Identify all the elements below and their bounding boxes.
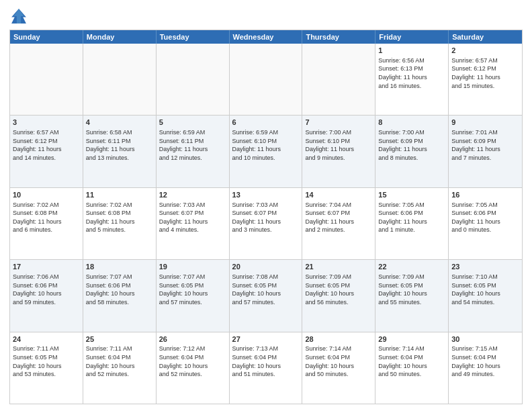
day-number: 17	[13, 262, 80, 272]
day-info: Sunrise: 7:01 AM Sunset: 6:09 PM Dayligh…	[451, 128, 519, 162]
day-number: 29	[378, 334, 445, 345]
day-number: 11	[86, 190, 153, 200]
day-info: Sunrise: 7:05 AM Sunset: 6:06 PM Dayligh…	[451, 201, 519, 234]
logo	[9, 7, 31, 26]
calendar: SundayMondayTuesdayWednesdayThursdayFrid…	[9, 30, 523, 404]
day-number: 26	[159, 334, 226, 345]
day-info: Sunrise: 7:02 AM Sunset: 6:08 PM Dayligh…	[13, 201, 80, 234]
empty-cell	[157, 44, 230, 115]
day-cell: 15Sunrise: 7:05 AM Sunset: 6:06 PM Dayli…	[375, 188, 449, 259]
day-number: 3	[13, 118, 80, 128]
day-cell: 19Sunrise: 7:07 AM Sunset: 6:05 PM Dayli…	[157, 260, 230, 331]
empty-cell	[83, 44, 157, 115]
weekday-header: Friday	[375, 30, 449, 44]
day-info: Sunrise: 7:15 AM Sunset: 6:04 PM Dayligh…	[451, 345, 519, 378]
day-number: 7	[305, 118, 372, 128]
day-number: 25	[86, 334, 153, 345]
day-cell: 5Sunrise: 6:59 AM Sunset: 6:11 PM Daylig…	[157, 116, 230, 187]
day-number: 22	[378, 262, 445, 272]
day-info: Sunrise: 7:03 AM Sunset: 6:07 PM Dayligh…	[232, 201, 300, 234]
day-number: 30	[451, 334, 519, 345]
day-cell: 22Sunrise: 7:09 AM Sunset: 6:05 PM Dayli…	[375, 260, 449, 331]
day-number: 2	[451, 46, 519, 56]
day-number: 9	[451, 118, 519, 128]
day-info: Sunrise: 7:11 AM Sunset: 6:05 PM Dayligh…	[13, 345, 80, 378]
day-info: Sunrise: 7:12 AM Sunset: 6:04 PM Dayligh…	[159, 345, 226, 378]
day-cell: 10Sunrise: 7:02 AM Sunset: 6:08 PM Dayli…	[10, 188, 83, 259]
weekday-header: Saturday	[449, 30, 522, 44]
calendar-row: 10Sunrise: 7:02 AM Sunset: 6:08 PM Dayli…	[10, 187, 522, 259]
day-info: Sunrise: 7:14 AM Sunset: 6:04 PM Dayligh…	[378, 345, 445, 378]
day-number: 19	[159, 262, 226, 272]
day-cell: 9Sunrise: 7:01 AM Sunset: 6:09 PM Daylig…	[449, 116, 522, 187]
weekday-header: Sunday	[10, 30, 83, 44]
day-cell: 21Sunrise: 7:09 AM Sunset: 6:05 PM Dayli…	[302, 260, 375, 331]
empty-cell	[10, 44, 83, 115]
day-cell: 18Sunrise: 7:07 AM Sunset: 6:06 PM Dayli…	[83, 260, 157, 331]
day-number: 18	[86, 262, 153, 272]
day-cell: 23Sunrise: 7:10 AM Sunset: 6:05 PM Dayli…	[449, 260, 522, 331]
day-cell: 3Sunrise: 6:57 AM Sunset: 6:12 PM Daylig…	[10, 116, 83, 187]
day-cell: 17Sunrise: 7:06 AM Sunset: 6:06 PM Dayli…	[10, 260, 83, 331]
day-number: 28	[305, 334, 372, 345]
weekday-header: Thursday	[302, 30, 375, 44]
day-info: Sunrise: 7:02 AM Sunset: 6:08 PM Dayligh…	[86, 201, 153, 234]
calendar-row: 24Sunrise: 7:11 AM Sunset: 6:05 PM Dayli…	[10, 332, 522, 404]
day-info: Sunrise: 7:13 AM Sunset: 6:04 PM Dayligh…	[232, 345, 300, 378]
day-info: Sunrise: 6:56 AM Sunset: 6:13 PM Dayligh…	[378, 56, 445, 90]
day-info: Sunrise: 7:00 AM Sunset: 6:10 PM Dayligh…	[305, 128, 372, 162]
day-cell: 8Sunrise: 7:00 AM Sunset: 6:09 PM Daylig…	[375, 116, 449, 187]
day-info: Sunrise: 7:11 AM Sunset: 6:04 PM Dayligh…	[86, 345, 153, 378]
day-number: 1	[378, 46, 445, 56]
calendar-row: 3Sunrise: 6:57 AM Sunset: 6:12 PM Daylig…	[10, 115, 522, 187]
day-cell: 30Sunrise: 7:15 AM Sunset: 6:04 PM Dayli…	[449, 332, 522, 404]
day-number: 13	[232, 190, 300, 200]
day-info: Sunrise: 7:10 AM Sunset: 6:05 PM Dayligh…	[451, 273, 519, 306]
day-number: 6	[232, 118, 300, 128]
day-info: Sunrise: 7:06 AM Sunset: 6:06 PM Dayligh…	[13, 273, 80, 306]
day-info: Sunrise: 6:57 AM Sunset: 6:12 PM Dayligh…	[13, 128, 80, 162]
empty-cell	[230, 44, 303, 115]
day-cell: 29Sunrise: 7:14 AM Sunset: 6:04 PM Dayli…	[375, 332, 449, 404]
day-number: 23	[451, 262, 519, 272]
logo-icon	[9, 7, 28, 26]
day-cell: 13Sunrise: 7:03 AM Sunset: 6:07 PM Dayli…	[230, 188, 303, 259]
day-number: 5	[159, 118, 226, 128]
day-cell: 26Sunrise: 7:12 AM Sunset: 6:04 PM Dayli…	[157, 332, 230, 404]
day-info: Sunrise: 7:09 AM Sunset: 6:05 PM Dayligh…	[378, 273, 445, 306]
day-info: Sunrise: 6:58 AM Sunset: 6:11 PM Dayligh…	[86, 128, 153, 162]
day-info: Sunrise: 7:03 AM Sunset: 6:07 PM Dayligh…	[159, 201, 226, 234]
day-number: 8	[378, 118, 445, 128]
day-cell: 14Sunrise: 7:04 AM Sunset: 6:07 PM Dayli…	[302, 188, 375, 259]
day-cell: 24Sunrise: 7:11 AM Sunset: 6:05 PM Dayli…	[10, 332, 83, 404]
day-number: 10	[13, 190, 80, 200]
day-number: 12	[159, 190, 226, 200]
calendar-row: 1Sunrise: 6:56 AM Sunset: 6:13 PM Daylig…	[10, 44, 522, 115]
day-info: Sunrise: 7:07 AM Sunset: 6:06 PM Dayligh…	[86, 273, 153, 306]
day-cell: 25Sunrise: 7:11 AM Sunset: 6:04 PM Dayli…	[83, 332, 157, 404]
day-cell: 27Sunrise: 7:13 AM Sunset: 6:04 PM Dayli…	[230, 332, 303, 404]
calendar-row: 17Sunrise: 7:06 AM Sunset: 6:06 PM Dayli…	[10, 259, 522, 331]
calendar-header: SundayMondayTuesdayWednesdayThursdayFrid…	[10, 30, 522, 44]
weekday-header: Tuesday	[157, 30, 230, 44]
day-info: Sunrise: 6:57 AM Sunset: 6:12 PM Dayligh…	[451, 56, 519, 90]
day-info: Sunrise: 7:00 AM Sunset: 6:09 PM Dayligh…	[378, 128, 445, 162]
day-number: 4	[86, 118, 153, 128]
day-cell: 1Sunrise: 6:56 AM Sunset: 6:13 PM Daylig…	[375, 44, 449, 115]
day-number: 21	[305, 262, 372, 272]
day-cell: 6Sunrise: 6:59 AM Sunset: 6:10 PM Daylig…	[230, 116, 303, 187]
page: SundayMondayTuesdayWednesdayThursdayFrid…	[0, 0, 532, 411]
day-cell: 2Sunrise: 6:57 AM Sunset: 6:12 PM Daylig…	[449, 44, 522, 115]
day-info: Sunrise: 7:08 AM Sunset: 6:05 PM Dayligh…	[232, 273, 300, 306]
day-number: 16	[451, 190, 519, 200]
empty-cell	[302, 44, 375, 115]
day-cell: 28Sunrise: 7:14 AM Sunset: 6:04 PM Dayli…	[302, 332, 375, 404]
day-info: Sunrise: 7:05 AM Sunset: 6:06 PM Dayligh…	[378, 201, 445, 234]
day-info: Sunrise: 7:07 AM Sunset: 6:05 PM Dayligh…	[159, 273, 226, 306]
day-cell: 4Sunrise: 6:58 AM Sunset: 6:11 PM Daylig…	[83, 116, 157, 187]
day-cell: 11Sunrise: 7:02 AM Sunset: 6:08 PM Dayli…	[83, 188, 157, 259]
day-number: 27	[232, 334, 300, 345]
weekday-header: Wednesday	[230, 30, 303, 44]
day-cell: 20Sunrise: 7:08 AM Sunset: 6:05 PM Dayli…	[230, 260, 303, 331]
header	[9, 7, 523, 26]
